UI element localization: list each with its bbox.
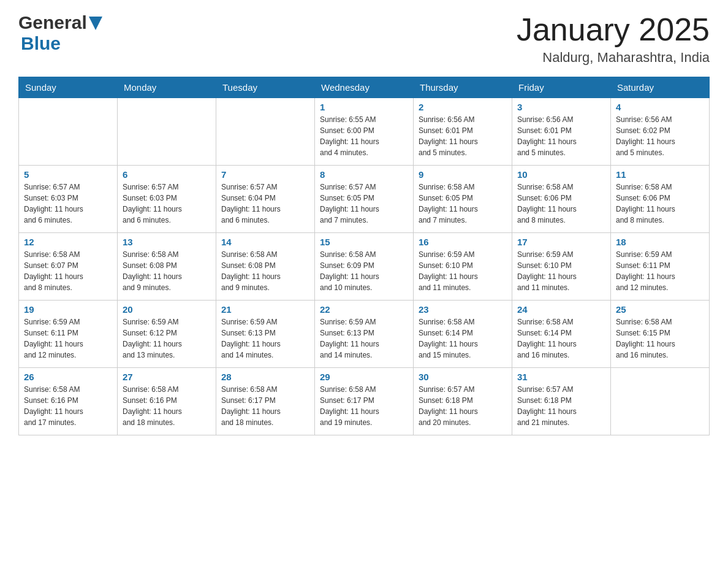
day-header-wednesday: Wednesday — [315, 77, 414, 98]
days-header-row: SundayMondayTuesdayWednesdayThursdayFrid… — [19, 77, 710, 98]
day-info: Sunrise: 6:57 AMSunset: 6:05 PMDaylight:… — [320, 182, 408, 226]
day-info: Sunrise: 6:58 AMSunset: 6:14 PMDaylight:… — [419, 316, 507, 361]
calendar-cell: 6Sunrise: 6:57 AMSunset: 6:03 PMDaylight… — [118, 166, 216, 233]
day-number: 4 — [616, 102, 704, 112]
day-header-friday: Friday — [512, 77, 611, 98]
day-info: Sunrise: 6:58 AMSunset: 6:05 PMDaylight:… — [419, 182, 507, 226]
month-title: January 2025 — [517, 12, 710, 47]
page-header: General Blue January 2025 Naldurg, Mahar… — [18, 12, 710, 66]
day-info: Sunrise: 6:58 AMSunset: 6:15 PMDaylight:… — [616, 316, 704, 361]
calendar-cell: 24Sunrise: 6:58 AMSunset: 6:14 PMDayligh… — [512, 301, 611, 368]
day-info: Sunrise: 6:56 AMSunset: 6:01 PMDaylight:… — [419, 114, 507, 158]
day-number: 13 — [123, 237, 211, 247]
day-number: 16 — [419, 237, 507, 247]
day-info: Sunrise: 6:57 AMSunset: 6:03 PMDaylight:… — [123, 182, 211, 226]
day-info: Sunrise: 6:57 AMSunset: 6:03 PMDaylight:… — [24, 182, 112, 226]
location-title: Naldurg, Maharashtra, India — [517, 50, 710, 66]
calendar-cell — [216, 98, 315, 166]
calendar-cell: 14Sunrise: 6:58 AMSunset: 6:08 PMDayligh… — [216, 233, 315, 301]
calendar-cell: 28Sunrise: 6:58 AMSunset: 6:17 PMDayligh… — [216, 368, 315, 435]
day-info: Sunrise: 6:56 AMSunset: 6:02 PMDaylight:… — [616, 114, 704, 158]
calendar-cell: 29Sunrise: 6:58 AMSunset: 6:17 PMDayligh… — [315, 368, 414, 435]
day-number: 9 — [419, 169, 507, 180]
day-number: 2 — [419, 102, 507, 112]
day-number: 3 — [517, 102, 605, 112]
logo-general-text: General — [18, 12, 87, 33]
calendar-cell: 13Sunrise: 6:58 AMSunset: 6:08 PMDayligh… — [118, 233, 216, 301]
calendar-cell: 2Sunrise: 6:56 AMSunset: 6:01 PMDaylight… — [414, 98, 512, 166]
day-info: Sunrise: 6:57 AMSunset: 6:18 PMDaylight:… — [419, 384, 507, 428]
day-info: Sunrise: 6:59 AMSunset: 6:11 PMDaylight:… — [24, 316, 112, 361]
calendar-cell: 9Sunrise: 6:58 AMSunset: 6:05 PMDaylight… — [414, 166, 512, 233]
day-number: 17 — [517, 237, 605, 247]
calendar-cell: 12Sunrise: 6:58 AMSunset: 6:07 PMDayligh… — [19, 233, 118, 301]
calendar-cell: 31Sunrise: 6:57 AMSunset: 6:18 PMDayligh… — [512, 368, 611, 435]
day-number: 22 — [320, 304, 408, 315]
day-number: 27 — [123, 372, 211, 382]
day-info: Sunrise: 6:58 AMSunset: 6:06 PMDaylight:… — [616, 182, 704, 226]
calendar-cell: 15Sunrise: 6:58 AMSunset: 6:09 PMDayligh… — [315, 233, 414, 301]
day-number: 23 — [419, 304, 507, 315]
svg-marker-0 — [89, 17, 102, 30]
day-number: 10 — [517, 169, 605, 180]
calendar-cell: 16Sunrise: 6:59 AMSunset: 6:10 PMDayligh… — [414, 233, 512, 301]
day-header-tuesday: Tuesday — [216, 77, 315, 98]
week-row-2: 5Sunrise: 6:57 AMSunset: 6:03 PMDaylight… — [19, 166, 710, 233]
day-number: 12 — [24, 237, 112, 247]
day-info: Sunrise: 6:55 AMSunset: 6:00 PMDaylight:… — [320, 114, 408, 158]
day-info: Sunrise: 6:58 AMSunset: 6:08 PMDaylight:… — [221, 249, 309, 293]
day-number: 7 — [221, 169, 309, 180]
day-info: Sunrise: 6:56 AMSunset: 6:01 PMDaylight:… — [517, 114, 605, 158]
calendar-cell: 3Sunrise: 6:56 AMSunset: 6:01 PMDaylight… — [512, 98, 611, 166]
calendar-cell: 25Sunrise: 6:58 AMSunset: 6:15 PMDayligh… — [611, 301, 710, 368]
day-info: Sunrise: 6:58 AMSunset: 6:06 PMDaylight:… — [517, 182, 605, 226]
day-info: Sunrise: 6:59 AMSunset: 6:11 PMDaylight:… — [616, 249, 704, 293]
calendar-cell: 27Sunrise: 6:58 AMSunset: 6:16 PMDayligh… — [118, 368, 216, 435]
calendar-cell: 19Sunrise: 6:59 AMSunset: 6:11 PMDayligh… — [19, 301, 118, 368]
day-number: 18 — [616, 237, 704, 247]
calendar-cell: 10Sunrise: 6:58 AMSunset: 6:06 PMDayligh… — [512, 166, 611, 233]
day-number: 31 — [517, 372, 605, 382]
calendar-cell: 18Sunrise: 6:59 AMSunset: 6:11 PMDayligh… — [611, 233, 710, 301]
calendar-cell: 20Sunrise: 6:59 AMSunset: 6:12 PMDayligh… — [118, 301, 216, 368]
calendar-table: SundayMondayTuesdayWednesdayThursdayFrid… — [18, 77, 710, 435]
calendar-cell: 22Sunrise: 6:59 AMSunset: 6:13 PMDayligh… — [315, 301, 414, 368]
calendar-cell: 7Sunrise: 6:57 AMSunset: 6:04 PMDaylight… — [216, 166, 315, 233]
day-header-saturday: Saturday — [611, 77, 710, 98]
day-info: Sunrise: 6:58 AMSunset: 6:08 PMDaylight:… — [123, 249, 211, 293]
day-info: Sunrise: 6:58 AMSunset: 6:14 PMDaylight:… — [517, 316, 605, 361]
calendar-cell: 21Sunrise: 6:59 AMSunset: 6:13 PMDayligh… — [216, 301, 315, 368]
day-info: Sunrise: 6:58 AMSunset: 6:17 PMDaylight:… — [320, 384, 408, 428]
logo-blue-text: Blue — [21, 33, 61, 54]
calendar-cell: 1Sunrise: 6:55 AMSunset: 6:00 PMDaylight… — [315, 98, 414, 166]
day-number: 25 — [616, 304, 704, 315]
day-info: Sunrise: 6:59 AMSunset: 6:10 PMDaylight:… — [517, 249, 605, 293]
title-block: January 2025 Naldurg, Maharashtra, India — [517, 12, 710, 66]
day-number: 14 — [221, 237, 309, 247]
calendar-cell: 30Sunrise: 6:57 AMSunset: 6:18 PMDayligh… — [414, 368, 512, 435]
calendar-cell: 23Sunrise: 6:58 AMSunset: 6:14 PMDayligh… — [414, 301, 512, 368]
day-info: Sunrise: 6:59 AMSunset: 6:12 PMDaylight:… — [123, 316, 211, 361]
day-info: Sunrise: 6:59 AMSunset: 6:10 PMDaylight:… — [419, 249, 507, 293]
day-number: 26 — [24, 372, 112, 382]
day-number: 21 — [221, 304, 309, 315]
calendar-cell — [611, 368, 710, 435]
day-number: 6 — [123, 169, 211, 180]
week-row-5: 26Sunrise: 6:58 AMSunset: 6:16 PMDayligh… — [19, 368, 710, 435]
day-number: 29 — [320, 372, 408, 382]
logo: General Blue — [18, 12, 102, 54]
day-number: 24 — [517, 304, 605, 315]
calendar-cell — [19, 98, 118, 166]
calendar-cell: 17Sunrise: 6:59 AMSunset: 6:10 PMDayligh… — [512, 233, 611, 301]
day-info: Sunrise: 6:58 AMSunset: 6:16 PMDaylight:… — [24, 384, 112, 428]
calendar-cell: 4Sunrise: 6:56 AMSunset: 6:02 PMDaylight… — [611, 98, 710, 166]
day-info: Sunrise: 6:58 AMSunset: 6:09 PMDaylight:… — [320, 249, 408, 293]
day-number: 20 — [123, 304, 211, 315]
day-info: Sunrise: 6:57 AMSunset: 6:04 PMDaylight:… — [221, 182, 309, 226]
week-row-3: 12Sunrise: 6:58 AMSunset: 6:07 PMDayligh… — [19, 233, 710, 301]
day-info: Sunrise: 6:58 AMSunset: 6:16 PMDaylight:… — [123, 384, 211, 428]
day-number: 19 — [24, 304, 112, 315]
day-info: Sunrise: 6:57 AMSunset: 6:18 PMDaylight:… — [517, 384, 605, 428]
day-header-sunday: Sunday — [19, 77, 118, 98]
day-number: 11 — [616, 169, 704, 180]
